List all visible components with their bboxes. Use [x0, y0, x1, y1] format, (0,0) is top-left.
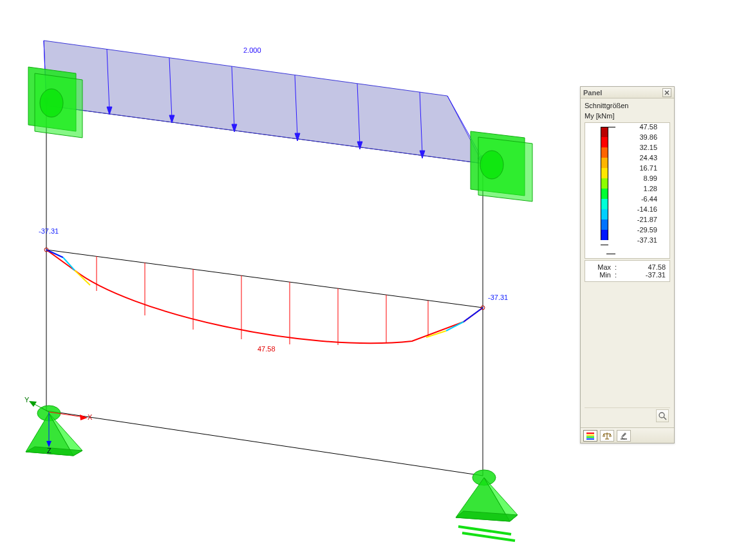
moment-right-end-label: -37.31	[488, 294, 508, 301]
max-value: 47.58	[622, 263, 666, 271]
legend-swatch	[601, 199, 608, 209]
svg-line-61	[664, 417, 666, 420]
svg-point-23	[40, 89, 63, 117]
legend-swatch	[601, 147, 608, 158]
svg-point-26	[480, 151, 503, 179]
svg-line-42	[446, 322, 463, 331]
svg-rect-64	[586, 436, 594, 438]
panel-title: Panel	[583, 89, 602, 97]
panel-close-button[interactable]	[662, 88, 671, 97]
legend-value: -29.59	[625, 226, 657, 234]
svg-rect-63	[586, 434, 594, 436]
min-value: -37.31	[622, 271, 666, 279]
close-icon	[664, 90, 669, 95]
zoom-extents-button[interactable]	[656, 409, 669, 422]
svg-rect-65	[586, 438, 594, 440]
microscope-tab[interactable]	[617, 430, 631, 442]
svg-line-3	[46, 411, 483, 476]
legend-value: 8.99	[625, 174, 657, 182]
magnifier-icon	[658, 411, 667, 420]
minmax-box: Max : 47.58 Min : -37.31	[585, 260, 670, 282]
legend-row: -37.31	[588, 240, 667, 250]
color-scale-tab[interactable]	[583, 430, 597, 442]
min-label: Min	[589, 271, 611, 279]
legend-swatch	[601, 127, 608, 137]
legend-swatch	[601, 168, 608, 178]
legend-swatch	[601, 219, 608, 230]
microscope-icon	[619, 432, 628, 440]
svg-line-37	[46, 250, 483, 308]
svg-marker-57	[80, 415, 88, 420]
legend-value: 16.71	[625, 164, 657, 172]
max-label: Max	[589, 263, 611, 271]
color-legend: 47.5839.8632.1524.4316.718.991.28-6.44-1…	[585, 122, 670, 259]
moment-midspan-label: 47.58	[257, 345, 276, 353]
legend-swatch	[601, 158, 608, 168]
legend-swatch	[601, 245, 608, 245]
legend-value: 47.58	[625, 123, 657, 131]
panel-tabbar	[581, 427, 674, 443]
svg-point-60	[659, 413, 664, 418]
legend-swatch	[601, 189, 608, 199]
svg-marker-4	[44, 41, 483, 163]
legend-value: 24.43	[625, 154, 657, 162]
color-bars-icon	[586, 432, 595, 440]
panel-body: Schnittgrößen My [kNm] 47.5839.8632.1524…	[581, 98, 674, 427]
load-magnitude-label: 2.000	[243, 46, 261, 54]
legend-swatch	[601, 178, 608, 189]
moment-left-end-label: -37.31	[39, 227, 59, 235]
legend-value: 39.86	[625, 133, 657, 141]
axis-z-label: Z	[47, 447, 51, 454]
axis-y-label: Y	[24, 396, 29, 404]
panel-titlebar[interactable]: Panel	[581, 87, 674, 98]
legend-value: 1.28	[625, 185, 657, 192]
scale-balance-tab[interactable]	[600, 430, 614, 442]
legend-value: -21.87	[625, 216, 657, 223]
panel-result-type: Schnittgrößen	[585, 101, 670, 110]
legend-value: -6.44	[625, 195, 657, 203]
axis-x-label: X	[88, 413, 92, 421]
svg-line-41	[463, 308, 483, 322]
balance-scale-icon	[603, 432, 612, 440]
legend-swatch	[601, 209, 608, 219]
panel-result-unit: My [kNm]	[585, 111, 670, 120]
svg-line-40	[75, 270, 90, 285]
results-panel[interactable]: Panel Schnittgrößen My [kNm] 47.5839.863…	[580, 86, 675, 443]
svg-marker-59	[29, 401, 37, 407]
legend-value: 32.15	[625, 144, 657, 151]
panel-toolbar	[585, 407, 670, 424]
svg-rect-62	[586, 433, 594, 434]
legend-swatch	[601, 137, 608, 147]
legend-swatch	[601, 230, 608, 240]
legend-value: -37.31	[625, 236, 657, 244]
legend-value: -14.16	[625, 205, 657, 213]
